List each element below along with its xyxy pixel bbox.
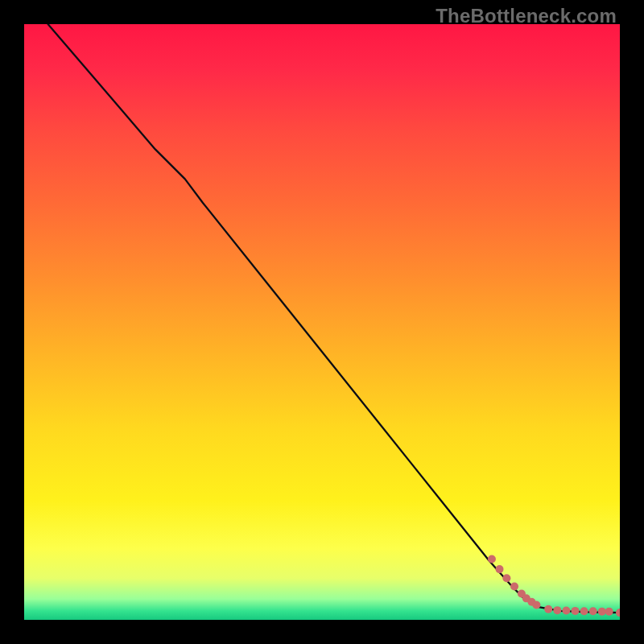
data-point [496,565,504,573]
data-point [616,609,620,617]
data-point [589,607,597,615]
plot-area [24,24,620,620]
data-point [544,605,552,613]
data-point [598,608,606,616]
data-point [553,606,561,614]
watermark-text: TheBottleneck.com [436,5,617,27]
data-point [488,555,496,564]
data-point [562,607,570,615]
data-point [532,601,540,609]
data-points-layer [24,24,620,620]
data-point [510,583,518,591]
data-point [580,607,588,615]
data-point [605,608,613,616]
chart-container: TheBottleneck.com [0,0,644,644]
data-point [572,607,580,615]
data-point [502,574,510,582]
